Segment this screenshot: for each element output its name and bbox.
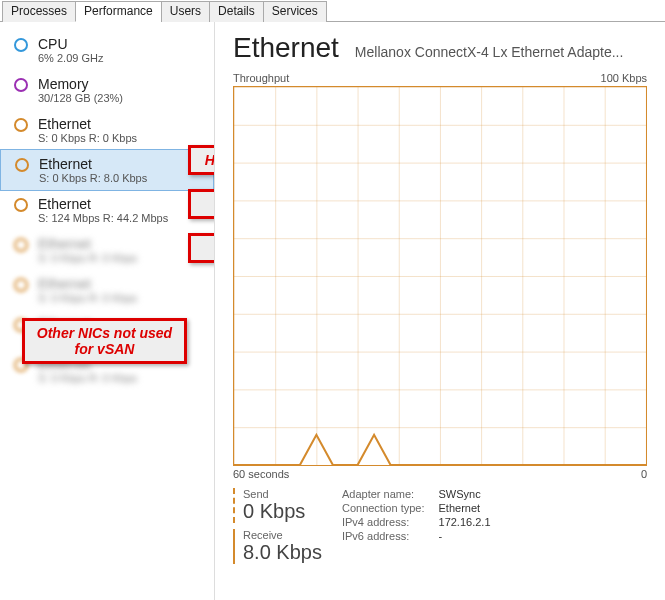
prop-label: IPv6 address: <box>342 530 425 542</box>
sidebar-item-label: CPU <box>38 36 103 52</box>
adapter-properties: Adapter name: SWSync Connection type: Et… <box>342 488 491 564</box>
receive-label: Receive <box>243 529 322 541</box>
receive-stat: Receive 8.0 Kbps <box>233 529 322 564</box>
chart-bottom-left-label: 60 seconds <box>233 468 289 480</box>
send-stat: Send 0 Kbps <box>233 488 322 523</box>
sidebar: CPU 6% 2.09 GHz Memory 30/128 GB (23%) E… <box>0 22 215 600</box>
sidebar-item-label: Ethernet <box>38 196 168 212</box>
tab-bar: Processes Performance Users Details Serv… <box>0 0 665 22</box>
prop-label: Adapter name: <box>342 488 425 500</box>
circle-icon <box>14 238 28 252</box>
tab-details[interactable]: Details <box>209 1 264 22</box>
sidebar-item-ethernet-4[interactable]: Ethernet S: 0 Kbps R: 0 Kbps <box>0 270 214 310</box>
circle-icon <box>14 118 28 132</box>
prop-value: SWSync <box>439 488 491 500</box>
circle-icon <box>14 278 28 292</box>
page-title: Ethernet <box>233 32 339 64</box>
detail-pane: Ethernet Mellanox ConnectX-4 Lx Ethernet… <box>215 22 665 600</box>
adapter-model: Mellanox ConnectX-4 Lx Ethernet Adapte..… <box>355 44 647 60</box>
annotation-heartbeat: Heartbeat <box>188 145 215 175</box>
sidebar-item-ethernet-2[interactable]: Ethernet S: 124 Mbps R: 44.2 Mbps <box>0 190 214 230</box>
sidebar-item-label: Ethernet <box>38 236 137 252</box>
tab-users[interactable]: Users <box>161 1 210 22</box>
sidebar-item-ethernet-0[interactable]: Ethernet S: 0 Kbps R: 0 Kbps <box>0 110 214 150</box>
main-area: CPU 6% 2.09 GHz Memory 30/128 GB (23%) E… <box>0 22 665 600</box>
sidebar-item-sub: S: 0 Kbps R: 0 Kbps <box>38 372 137 384</box>
circle-icon <box>14 78 28 92</box>
sidebar-item-sub: S: 124 Mbps R: 44.2 Mbps <box>38 212 168 224</box>
chart-top-right-label: 100 Kbps <box>601 72 647 84</box>
sidebar-item-ethernet-3[interactable]: Ethernet S: 0 Kbps R: 0 Kbps <box>0 230 214 270</box>
sidebar-item-ethernet-1[interactable]: Ethernet S: 0 Kbps R: 8.0 Kbps <box>0 149 214 191</box>
prop-label: Connection type: <box>342 502 425 514</box>
sidebar-item-sub: S: 0 Kbps R: 8.0 Kbps <box>39 172 147 184</box>
circle-icon <box>15 158 29 172</box>
sidebar-item-sub: 6% 2.09 GHz <box>38 52 103 64</box>
annotation-other-nics: Other NICs not used for vSAN <box>22 318 187 364</box>
sidebar-item-memory[interactable]: Memory 30/128 GB (23%) <box>0 70 214 110</box>
circle-icon <box>14 198 28 212</box>
tab-services[interactable]: Services <box>263 1 327 22</box>
prop-value: - <box>439 530 491 542</box>
prop-value: Ethernet <box>439 502 491 514</box>
sidebar-item-label: Ethernet <box>38 276 137 292</box>
tab-performance[interactable]: Performance <box>75 1 162 22</box>
prop-label: IPv4 address: <box>342 516 425 528</box>
prop-value: 172.16.2.1 <box>439 516 491 528</box>
sidebar-item-label: Ethernet <box>39 156 147 172</box>
sidebar-item-label: Ethernet <box>38 116 137 132</box>
sidebar-item-label: Memory <box>38 76 123 92</box>
chart-top-left-label: Throughput <box>233 72 289 84</box>
send-label: Send <box>243 488 322 500</box>
tab-processes[interactable]: Processes <box>2 1 76 22</box>
send-value: 0 Kbps <box>243 500 322 523</box>
annotation-sync: Sync <box>188 189 215 219</box>
receive-value: 8.0 Kbps <box>243 541 322 564</box>
sidebar-item-sub: S: 0 Kbps R: 0 Kbps <box>38 252 137 264</box>
sidebar-item-sub: S: 0 Kbps R: 0 Kbps <box>38 292 137 304</box>
chart-bottom-right-label: 0 <box>641 468 647 480</box>
throughput-chart <box>233 86 647 466</box>
annotation-iscsi: iSCSI <box>188 233 215 263</box>
sidebar-item-cpu[interactable]: CPU 6% 2.09 GHz <box>0 30 214 70</box>
sidebar-item-sub: S: 0 Kbps R: 0 Kbps <box>38 132 137 144</box>
sidebar-item-sub: 30/128 GB (23%) <box>38 92 123 104</box>
circle-icon <box>14 38 28 52</box>
